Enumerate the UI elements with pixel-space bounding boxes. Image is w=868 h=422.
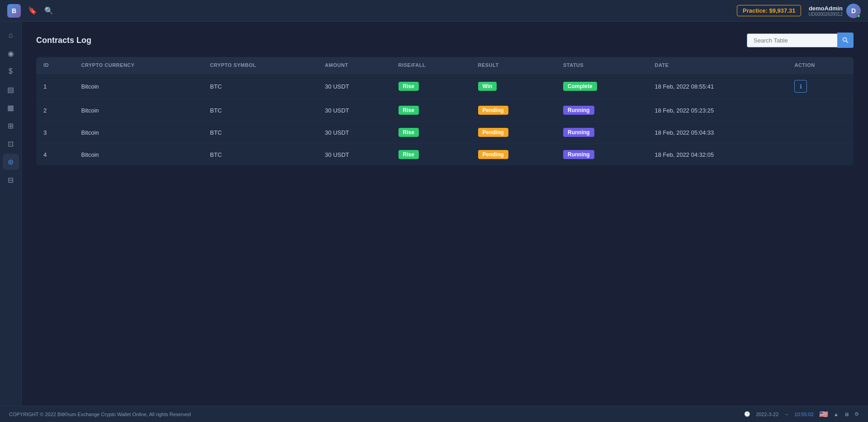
cell-result: Pending: [471, 99, 556, 122]
cell-crypto-symbol: BTC: [203, 144, 318, 166]
cell-id: 1: [36, 74, 74, 99]
logo-letter: B: [12, 7, 16, 14]
cell-crypto-currency: Bitcoin: [74, 122, 203, 144]
cell-rise-fall: Rise: [391, 144, 471, 166]
topnav-right: Practice: $9,937.31 demoAdmin UD00002639…: [737, 4, 861, 18]
col-action: ACTION: [787, 57, 854, 74]
sidebar-item-network[interactable]: ⊛: [3, 154, 19, 170]
cell-status: Running: [556, 144, 647, 166]
cell-status: Complete: [556, 74, 647, 99]
monitor-icon: 🖥: [844, 412, 849, 417]
status-badge: Running: [563, 150, 594, 159]
sidebar: ⌂ ◉ $ ▤ ▦ ⊞ ⊡ ⊛ ⊟: [0, 22, 22, 406]
result-badge: Pending: [478, 128, 508, 137]
flag-icon: 🇺🇸: [819, 410, 828, 418]
contracts-table-wrapper: ID CRYPTO CURRENCY CRYPTO SYMBOL AMOUNT …: [36, 57, 854, 165]
page-header: Contracts Log: [36, 33, 854, 48]
table-row: 4 Bitcoin BTC 30 USDT Rise Pending Runni…: [36, 144, 854, 166]
rise-fall-badge: Rise: [398, 150, 419, 159]
cell-amount: 30 USDT: [318, 74, 391, 99]
col-id: ID: [36, 57, 74, 74]
col-crypto-currency: CRYPTO CURRENCY: [74, 57, 203, 74]
sidebar-item-wallet[interactable]: ⊞: [3, 117, 19, 134]
status-badge: Running: [563, 106, 594, 115]
rise-fall-badge: Rise: [398, 128, 419, 137]
sidebar-item-briefcase[interactable]: ⊡: [3, 136, 19, 152]
sidebar-item-list[interactable]: ▤: [3, 81, 19, 98]
cell-amount: 30 USDT: [318, 122, 391, 144]
user-info[interactable]: demoAdmin UD00002639312 D: [808, 4, 861, 18]
footer-right: 🕐 2022-3-22 → 10:55:02 🇺🇸 ▲ 🖥 ⚙: [744, 410, 859, 418]
cell-id: 3: [36, 122, 74, 144]
user-name: demoAdmin: [808, 5, 843, 12]
practice-badge[interactable]: Practice: $9,937.31: [737, 5, 801, 16]
user-id: UD00002639312: [808, 12, 843, 17]
svg-line-1: [846, 41, 848, 43]
cell-crypto-currency: Bitcoin: [74, 99, 203, 122]
col-crypto-symbol: CRYPTO SYMBOL: [203, 57, 318, 74]
table-row: 1 Bitcoin BTC 30 USDT Rise Win Complete …: [36, 74, 854, 99]
search-icon: [842, 37, 849, 43]
cell-date: 18 Feb, 2022 05:04:33: [647, 122, 787, 144]
cell-status: Running: [556, 99, 647, 122]
cell-rise-fall: Rise: [391, 99, 471, 122]
bookmark-icon[interactable]: 🔖: [28, 6, 37, 15]
chevron-up-icon: ▲: [834, 412, 839, 417]
info-button[interactable]: ℹ: [794, 80, 807, 93]
arrow-icon: →: [784, 412, 789, 417]
sidebar-item-chart[interactable]: ▦: [3, 99, 19, 116]
layout: ⌂ ◉ $ ▤ ▦ ⊞ ⊡ ⊛ ⊟ Contracts Log: [0, 22, 868, 406]
topnav: B 🔖 🔍 Practice: $9,937.31 demoAdmin UD00…: [0, 0, 868, 22]
sidebar-item-trade[interactable]: ◉: [3, 45, 19, 61]
cell-id: 2: [36, 99, 74, 122]
cell-crypto-currency: Bitcoin: [74, 74, 203, 99]
footer: COPYRIGHT © 2022 BitKhum Exchange Crypto…: [0, 406, 868, 422]
cell-id: 4: [36, 144, 74, 166]
avatar[interactable]: D: [846, 4, 861, 18]
contracts-table: ID CRYPTO CURRENCY CRYPTO SYMBOL AMOUNT …: [36, 57, 854, 165]
col-date: DATE: [647, 57, 787, 74]
cell-status: Running: [556, 122, 647, 144]
cell-action: ℹ: [787, 74, 854, 99]
clock-icon: 🕐: [744, 411, 750, 417]
search-container: [747, 33, 854, 48]
cell-rise-fall: Rise: [391, 74, 471, 99]
col-status: STATUS: [556, 57, 647, 74]
cell-crypto-symbol: BTC: [203, 122, 318, 144]
status-badge: Running: [563, 128, 594, 137]
cell-date: 18 Feb, 2022 05:23:25: [647, 99, 787, 122]
sidebar-item-home[interactable]: ⌂: [3, 27, 19, 43]
user-text: demoAdmin UD00002639312: [808, 5, 843, 17]
search-input[interactable]: [747, 33, 837, 47]
cell-amount: 30 USDT: [318, 144, 391, 166]
table-row: 2 Bitcoin BTC 30 USDT Rise Pending Runni…: [36, 99, 854, 122]
footer-copyright: COPYRIGHT © 2022 BitKhum Exchange Crypto…: [9, 412, 191, 417]
avatar-online-dot: [857, 14, 860, 18]
table-header: ID CRYPTO CURRENCY CRYPTO SYMBOL AMOUNT …: [36, 57, 854, 74]
cell-crypto-symbol: BTC: [203, 74, 318, 99]
cell-crypto-currency: Bitcoin: [74, 144, 203, 166]
cell-date: 18 Feb, 2022 04:32:05: [647, 144, 787, 166]
cell-amount: 30 USDT: [318, 99, 391, 122]
logo[interactable]: B: [7, 4, 21, 18]
status-badge: Complete: [563, 82, 597, 91]
cell-action: [787, 99, 854, 122]
cell-result: Win: [471, 74, 556, 99]
cell-action: [787, 144, 854, 166]
col-amount: AMOUNT: [318, 57, 391, 74]
footer-time: 10:55:02: [794, 412, 814, 417]
cell-result: Pending: [471, 122, 556, 144]
main-content: Contracts Log ID CRYPTO CURRENCY CRYP: [22, 22, 868, 406]
rise-fall-badge: Rise: [398, 106, 419, 115]
search-icon[interactable]: 🔍: [44, 6, 53, 15]
sidebar-item-dollar[interactable]: $: [3, 63, 19, 80]
result-badge: Pending: [478, 106, 508, 115]
sidebar-item-table[interactable]: ⊟: [3, 172, 19, 188]
practice-label: Practice: $9,937.31: [743, 7, 795, 14]
col-rise-fall: RISE/FALL: [391, 57, 471, 74]
settings-icon: ⚙: [854, 411, 859, 417]
search-button[interactable]: [837, 33, 854, 48]
page-title: Contracts Log: [36, 36, 91, 45]
rise-fall-badge: Rise: [398, 82, 419, 91]
avatar-letter: D: [851, 7, 856, 14]
